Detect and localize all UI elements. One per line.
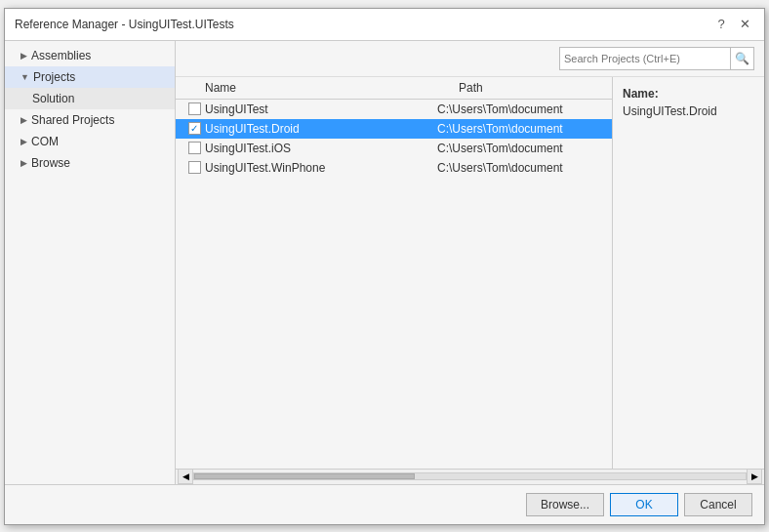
title-bar-right: ? ✕ bbox=[711, 15, 754, 34]
row-path: C:\Users\Tom\document bbox=[437, 142, 604, 155]
scroll-right-button[interactable]: ▶ bbox=[747, 469, 762, 484]
search-box: 🔍 bbox=[559, 47, 754, 70]
row-checkbox[interactable] bbox=[188, 102, 201, 115]
search-input[interactable] bbox=[560, 53, 730, 64]
row-checkbox[interactable] bbox=[188, 142, 201, 154]
chevron-right-icon: ▶ bbox=[20, 115, 27, 125]
content-area: Name Path UsingUITest C:\Users\Tom\docum… bbox=[176, 77, 764, 469]
right-panel: 🔍 Name Path bbox=[176, 41, 764, 484]
details-panel: Name: UsingUITest.Droid bbox=[613, 77, 764, 469]
sidebar-item-shared-projects[interactable]: ▶ Shared Projects bbox=[5, 109, 175, 131]
checkbox-cell[interactable] bbox=[183, 161, 205, 174]
title-bar-left: Reference Manager - UsingUITest.UITests bbox=[15, 18, 234, 31]
chevron-down-icon: ▼ bbox=[20, 72, 29, 82]
row-path: C:\Users\Tom\document bbox=[437, 122, 604, 136]
row-name: UsingUITest.Droid bbox=[205, 122, 437, 136]
main-content: ▶ Assemblies ▼ Projects Solution ▶ Share… bbox=[5, 41, 764, 484]
details-value: UsingUITest.Droid bbox=[623, 104, 754, 118]
col-header-name: Name bbox=[205, 81, 459, 95]
row-name: UsingUITest.WinPhone bbox=[205, 161, 437, 175]
row-checkbox[interactable] bbox=[188, 161, 201, 174]
chevron-right-icon: ▶ bbox=[20, 51, 27, 61]
scrollbar-thumb[interactable] bbox=[194, 473, 415, 479]
sidebar-item-label: COM bbox=[31, 135, 59, 148]
sidebar-item-label: Projects bbox=[33, 70, 75, 84]
ok-button[interactable]: OK bbox=[610, 493, 678, 516]
sidebar-item-label: Assemblies bbox=[31, 49, 91, 62]
checkbox-col-header bbox=[183, 81, 205, 95]
checkbox-cell[interactable] bbox=[183, 142, 205, 154]
horizontal-scrollbar[interactable]: ◀ ▶ bbox=[176, 469, 764, 484]
row-name: UsingUITest bbox=[205, 102, 437, 116]
title-bar: Reference Manager - UsingUITest.UITests … bbox=[5, 9, 764, 41]
sidebar: ▶ Assemblies ▼ Projects Solution ▶ Share… bbox=[5, 41, 176, 484]
sidebar-item-label: Browse bbox=[31, 156, 70, 170]
help-button[interactable]: ? bbox=[711, 15, 731, 34]
scroll-left-button[interactable]: ◀ bbox=[178, 469, 193, 484]
row-path: C:\Users\Tom\document bbox=[437, 161, 604, 175]
close-button[interactable]: ✕ bbox=[735, 15, 754, 34]
sidebar-item-solution[interactable]: Solution bbox=[5, 88, 175, 109]
dialog: Reference Manager - UsingUITest.UITests … bbox=[4, 8, 765, 525]
chevron-right-icon: ▶ bbox=[20, 158, 27, 168]
sidebar-item-label: Solution bbox=[32, 92, 74, 105]
table-row[interactable]: UsingUITest.WinPhone C:\Users\Tom\docume… bbox=[176, 158, 612, 178]
search-button[interactable]: 🔍 bbox=[730, 48, 753, 69]
details-label: Name: bbox=[623, 87, 754, 101]
sidebar-item-browse[interactable]: ▶ Browse bbox=[5, 152, 175, 174]
sidebar-item-com[interactable]: ▶ COM bbox=[5, 131, 175, 152]
scrollbar-track[interactable] bbox=[193, 472, 747, 480]
checkbox-cell[interactable]: ✓ bbox=[183, 122, 205, 135]
row-path: C:\Users\Tom\document bbox=[437, 102, 604, 116]
footer: Browse... OK Cancel bbox=[5, 484, 764, 524]
dialog-title: Reference Manager - UsingUITest.UITests bbox=[15, 18, 234, 31]
sidebar-item-assemblies[interactable]: ▶ Assemblies bbox=[5, 45, 175, 66]
col-header-path: Path bbox=[459, 81, 604, 95]
table-row[interactable]: UsingUITest.iOS C:\Users\Tom\document bbox=[176, 139, 612, 158]
table-row[interactable]: UsingUITest C:\Users\Tom\document bbox=[176, 100, 612, 119]
sidebar-item-label: Shared Projects bbox=[31, 113, 114, 127]
table-area: Name Path UsingUITest C:\Users\Tom\docum… bbox=[176, 77, 613, 469]
row-checkbox[interactable]: ✓ bbox=[188, 122, 201, 135]
top-row: 🔍 bbox=[176, 41, 764, 77]
table-row[interactable]: ✓ UsingUITest.Droid C:\Users\Tom\documen… bbox=[176, 119, 612, 139]
chevron-right-icon: ▶ bbox=[20, 137, 27, 146]
cancel-button[interactable]: Cancel bbox=[684, 493, 752, 516]
browse-button[interactable]: Browse... bbox=[526, 493, 604, 516]
checkbox-cell[interactable] bbox=[183, 102, 205, 115]
row-name: UsingUITest.iOS bbox=[205, 142, 437, 155]
sidebar-item-projects[interactable]: ▼ Projects bbox=[5, 66, 175, 88]
table-header: Name Path bbox=[176, 77, 612, 100]
